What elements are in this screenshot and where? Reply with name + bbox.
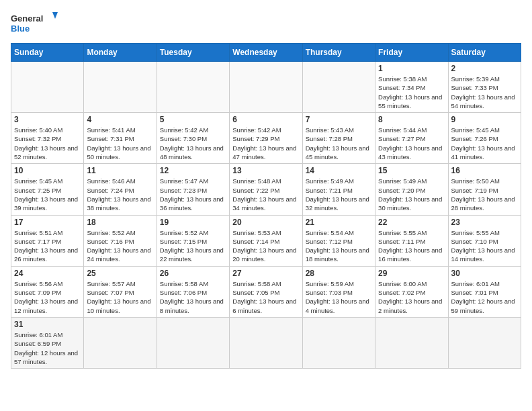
day-number: 1 [378, 64, 445, 73]
day-number: 30 [451, 269, 518, 278]
day-number: 15 [378, 166, 445, 175]
day-info: Sunrise: 6:00 AMSunset: 7:02 PMDaylight:… [378, 279, 445, 315]
calendar-week-row: 1Sunrise: 5:38 AMSunset: 7:34 PMDaylight… [11, 62, 521, 113]
day-info: Sunrise: 5:46 AMSunset: 7:24 PMDaylight:… [87, 177, 153, 212]
calendar-week-row: 3Sunrise: 5:40 AMSunset: 7:32 PMDaylight… [11, 113, 521, 164]
day-number: 16 [451, 166, 518, 175]
calendar-cell [302, 317, 375, 368]
calendar-cell: 26Sunrise: 5:58 AMSunset: 7:06 PMDayligh… [157, 266, 229, 317]
day-number: 26 [160, 269, 226, 278]
day-number: 11 [87, 166, 153, 175]
calendar-cell: 9Sunrise: 5:45 AMSunset: 7:26 PMDaylight… [448, 113, 521, 164]
calendar-table: SundayMondayTuesdayWednesdayThursdayFrid… [11, 43, 521, 369]
day-number: 5 [160, 115, 226, 124]
svg-text:Blue: Blue [11, 24, 30, 34]
day-info: Sunrise: 5:44 AMSunset: 7:27 PMDaylight:… [378, 126, 445, 161]
day-info: Sunrise: 5:59 AMSunset: 7:03 PMDaylight:… [306, 279, 372, 315]
day-info: Sunrise: 5:45 AMSunset: 7:26 PMDaylight:… [451, 126, 518, 161]
calendar-cell: 15Sunrise: 5:49 AMSunset: 7:20 PMDayligh… [375, 164, 448, 215]
day-number: 4 [87, 115, 153, 124]
day-number: 22 [378, 218, 445, 227]
calendar-cell: 11Sunrise: 5:46 AMSunset: 7:24 PMDayligh… [84, 164, 157, 215]
day-info: Sunrise: 5:58 AMSunset: 7:05 PMDaylight:… [232, 279, 299, 315]
day-number: 12 [160, 166, 226, 175]
svg-text:General: General [11, 13, 43, 24]
weekday-header: Sunday [11, 44, 84, 62]
day-info: Sunrise: 5:51 AMSunset: 7:17 PMDaylight:… [14, 228, 81, 264]
day-number: 7 [306, 115, 372, 124]
day-info: Sunrise: 5:41 AMSunset: 7:31 PMDaylight:… [87, 126, 153, 161]
calendar-header-row: SundayMondayTuesdayWednesdayThursdayFrid… [11, 44, 521, 62]
calendar-cell: 5Sunrise: 5:42 AMSunset: 7:30 PMDaylight… [157, 113, 229, 164]
day-number: 18 [87, 218, 153, 227]
calendar-cell: 16Sunrise: 5:50 AMSunset: 7:19 PMDayligh… [448, 164, 521, 215]
day-info: Sunrise: 5:42 AMSunset: 7:29 PMDaylight:… [232, 126, 299, 161]
day-info: Sunrise: 5:58 AMSunset: 7:06 PMDaylight:… [160, 279, 226, 315]
day-info: Sunrise: 5:50 AMSunset: 7:19 PMDaylight:… [451, 177, 518, 212]
weekday-header: Wednesday [230, 44, 302, 62]
day-number: 20 [232, 218, 299, 227]
calendar-cell [375, 317, 448, 368]
logo-svg: General Blue [11, 11, 58, 38]
day-info: Sunrise: 5:52 AMSunset: 7:15 PMDaylight:… [160, 228, 226, 264]
day-number: 3 [14, 115, 81, 124]
weekday-header: Friday [375, 44, 448, 62]
day-number: 14 [306, 166, 372, 175]
day-info: Sunrise: 5:49 AMSunset: 7:20 PMDaylight:… [378, 177, 445, 212]
calendar-cell [230, 62, 302, 113]
calendar-cell [84, 317, 157, 368]
day-info: Sunrise: 5:53 AMSunset: 7:14 PMDaylight:… [232, 228, 299, 264]
day-number: 6 [232, 115, 299, 124]
calendar-cell [302, 62, 375, 113]
calendar-cell: 19Sunrise: 5:52 AMSunset: 7:15 PMDayligh… [157, 215, 229, 266]
day-number: 23 [451, 218, 518, 227]
calendar-cell: 29Sunrise: 6:00 AMSunset: 7:02 PMDayligh… [375, 266, 448, 317]
calendar-cell: 24Sunrise: 5:56 AMSunset: 7:09 PMDayligh… [11, 266, 84, 317]
calendar-week-row: 10Sunrise: 5:45 AMSunset: 7:25 PMDayligh… [11, 164, 521, 215]
day-info: Sunrise: 5:55 AMSunset: 7:11 PMDaylight:… [378, 228, 445, 264]
weekday-header: Thursday [302, 44, 375, 62]
day-info: Sunrise: 5:38 AMSunset: 7:34 PMDaylight:… [378, 75, 445, 110]
day-info: Sunrise: 5:39 AMSunset: 7:33 PMDaylight:… [451, 75, 518, 110]
day-number: 17 [14, 218, 81, 227]
day-info: Sunrise: 5:57 AMSunset: 7:07 PMDaylight:… [87, 279, 153, 315]
calendar-cell: 2Sunrise: 5:39 AMSunset: 7:33 PMDaylight… [448, 62, 521, 113]
day-number: 8 [378, 115, 445, 124]
calendar-cell: 23Sunrise: 5:55 AMSunset: 7:10 PMDayligh… [448, 215, 521, 266]
calendar-cell: 8Sunrise: 5:44 AMSunset: 7:27 PMDaylight… [375, 113, 448, 164]
day-number: 2 [451, 64, 518, 73]
day-info: Sunrise: 6:01 AMSunset: 6:59 PMDaylight:… [14, 330, 81, 366]
page-header: General Blue [11, 11, 521, 38]
calendar-cell: 18Sunrise: 5:52 AMSunset: 7:16 PMDayligh… [84, 215, 157, 266]
day-number: 10 [14, 166, 81, 175]
calendar-cell: 30Sunrise: 6:01 AMSunset: 7:01 PMDayligh… [448, 266, 521, 317]
day-info: Sunrise: 5:40 AMSunset: 7:32 PMDaylight:… [14, 126, 81, 161]
calendar-cell [84, 62, 157, 113]
svg-marker-2 [52, 12, 58, 19]
day-info: Sunrise: 5:56 AMSunset: 7:09 PMDaylight:… [14, 279, 81, 315]
day-info: Sunrise: 5:48 AMSunset: 7:22 PMDaylight:… [232, 177, 299, 212]
day-number: 9 [451, 115, 518, 124]
calendar-week-row: 17Sunrise: 5:51 AMSunset: 7:17 PMDayligh… [11, 215, 521, 266]
day-number: 27 [232, 269, 299, 278]
calendar-cell: 4Sunrise: 5:41 AMSunset: 7:31 PMDaylight… [84, 113, 157, 164]
day-number: 24 [14, 269, 81, 278]
logo: General Blue [11, 11, 58, 38]
calendar-cell [11, 62, 84, 113]
day-info: Sunrise: 5:43 AMSunset: 7:28 PMDaylight:… [306, 126, 372, 161]
calendar-cell: 20Sunrise: 5:53 AMSunset: 7:14 PMDayligh… [230, 215, 302, 266]
weekday-header: Tuesday [157, 44, 229, 62]
calendar-cell: 12Sunrise: 5:47 AMSunset: 7:23 PMDayligh… [157, 164, 229, 215]
day-number: 28 [306, 269, 372, 278]
calendar-cell: 17Sunrise: 5:51 AMSunset: 7:17 PMDayligh… [11, 215, 84, 266]
calendar-cell: 14Sunrise: 5:49 AMSunset: 7:21 PMDayligh… [302, 164, 375, 215]
calendar-cell: 1Sunrise: 5:38 AMSunset: 7:34 PMDaylight… [375, 62, 448, 113]
weekday-header: Saturday [448, 44, 521, 62]
day-info: Sunrise: 5:42 AMSunset: 7:30 PMDaylight:… [160, 126, 226, 161]
day-info: Sunrise: 5:55 AMSunset: 7:10 PMDaylight:… [451, 228, 518, 264]
day-number: 21 [306, 218, 372, 227]
day-number: 29 [378, 269, 445, 278]
calendar-cell: 22Sunrise: 5:55 AMSunset: 7:11 PMDayligh… [375, 215, 448, 266]
calendar-cell: 28Sunrise: 5:59 AMSunset: 7:03 PMDayligh… [302, 266, 375, 317]
calendar-cell: 21Sunrise: 5:54 AMSunset: 7:12 PMDayligh… [302, 215, 375, 266]
